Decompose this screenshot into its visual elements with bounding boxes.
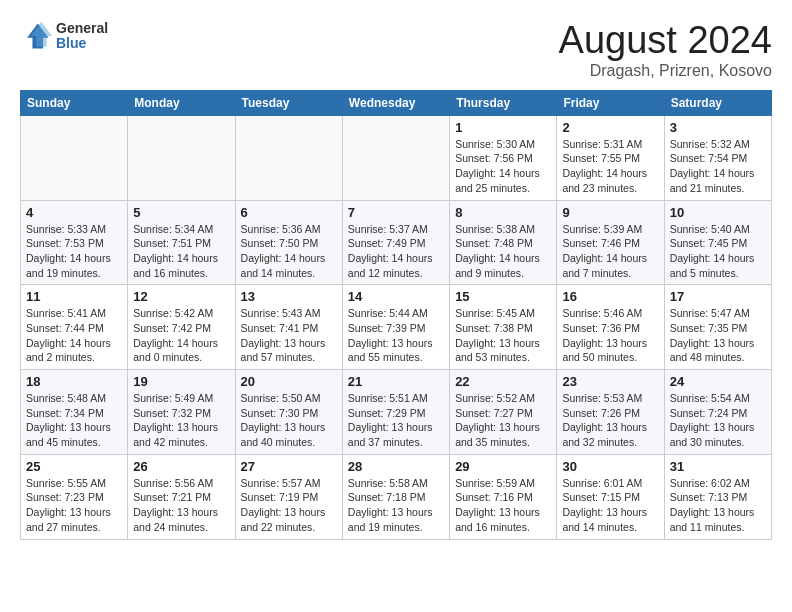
calendar-cell [342, 115, 449, 200]
day-info: Sunrise: 5:48 AMSunset: 7:34 PMDaylight:… [26, 391, 122, 450]
day-info: Sunrise: 5:42 AMSunset: 7:42 PMDaylight:… [133, 306, 229, 365]
month-title: August 2024 [559, 20, 772, 62]
calendar-cell: 26Sunrise: 5:56 AMSunset: 7:21 PMDayligh… [128, 454, 235, 539]
day-number: 11 [26, 289, 122, 304]
day-info: Sunrise: 5:54 AMSunset: 7:24 PMDaylight:… [670, 391, 766, 450]
day-number: 6 [241, 205, 337, 220]
calendar-cell: 18Sunrise: 5:48 AMSunset: 7:34 PMDayligh… [21, 370, 128, 455]
calendar-week-3: 11Sunrise: 5:41 AMSunset: 7:44 PMDayligh… [21, 285, 772, 370]
calendar-cell [21, 115, 128, 200]
day-number: 22 [455, 374, 551, 389]
calendar-cell: 10Sunrise: 5:40 AMSunset: 7:45 PMDayligh… [664, 200, 771, 285]
calendar-cell: 20Sunrise: 5:50 AMSunset: 7:30 PMDayligh… [235, 370, 342, 455]
day-info: Sunrise: 5:51 AMSunset: 7:29 PMDaylight:… [348, 391, 444, 450]
day-number: 14 [348, 289, 444, 304]
calendar-cell: 17Sunrise: 5:47 AMSunset: 7:35 PMDayligh… [664, 285, 771, 370]
weekday-header-friday: Friday [557, 90, 664, 115]
logo-text: General Blue [56, 21, 108, 52]
day-info: Sunrise: 5:55 AMSunset: 7:23 PMDaylight:… [26, 476, 122, 535]
calendar-cell: 30Sunrise: 6:01 AMSunset: 7:15 PMDayligh… [557, 454, 664, 539]
calendar-cell: 4Sunrise: 5:33 AMSunset: 7:53 PMDaylight… [21, 200, 128, 285]
day-number: 3 [670, 120, 766, 135]
calendar-week-5: 25Sunrise: 5:55 AMSunset: 7:23 PMDayligh… [21, 454, 772, 539]
day-number: 28 [348, 459, 444, 474]
day-number: 25 [26, 459, 122, 474]
day-number: 13 [241, 289, 337, 304]
calendar-cell: 2Sunrise: 5:31 AMSunset: 7:55 PMDaylight… [557, 115, 664, 200]
day-info: Sunrise: 5:41 AMSunset: 7:44 PMDaylight:… [26, 306, 122, 365]
day-number: 29 [455, 459, 551, 474]
calendar-cell: 12Sunrise: 5:42 AMSunset: 7:42 PMDayligh… [128, 285, 235, 370]
day-number: 16 [562, 289, 658, 304]
day-number: 8 [455, 205, 551, 220]
day-number: 9 [562, 205, 658, 220]
day-info: Sunrise: 5:57 AMSunset: 7:19 PMDaylight:… [241, 476, 337, 535]
calendar-week-4: 18Sunrise: 5:48 AMSunset: 7:34 PMDayligh… [21, 370, 772, 455]
calendar-cell: 9Sunrise: 5:39 AMSunset: 7:46 PMDaylight… [557, 200, 664, 285]
day-number: 18 [26, 374, 122, 389]
day-number: 26 [133, 459, 229, 474]
day-number: 27 [241, 459, 337, 474]
day-info: Sunrise: 5:47 AMSunset: 7:35 PMDaylight:… [670, 306, 766, 365]
calendar-cell [128, 115, 235, 200]
calendar-cell: 19Sunrise: 5:49 AMSunset: 7:32 PMDayligh… [128, 370, 235, 455]
calendar-cell: 28Sunrise: 5:58 AMSunset: 7:18 PMDayligh… [342, 454, 449, 539]
day-info: Sunrise: 5:50 AMSunset: 7:30 PMDaylight:… [241, 391, 337, 450]
calendar-cell: 15Sunrise: 5:45 AMSunset: 7:38 PMDayligh… [450, 285, 557, 370]
weekday-header-saturday: Saturday [664, 90, 771, 115]
day-info: Sunrise: 5:49 AMSunset: 7:32 PMDaylight:… [133, 391, 229, 450]
weekday-header-monday: Monday [128, 90, 235, 115]
calendar-cell: 8Sunrise: 5:38 AMSunset: 7:48 PMDaylight… [450, 200, 557, 285]
page-header: General Blue August 2024 Dragash, Prizre… [20, 20, 772, 80]
calendar-cell: 21Sunrise: 5:51 AMSunset: 7:29 PMDayligh… [342, 370, 449, 455]
day-info: Sunrise: 6:01 AMSunset: 7:15 PMDaylight:… [562, 476, 658, 535]
day-number: 30 [562, 459, 658, 474]
day-info: Sunrise: 5:34 AMSunset: 7:51 PMDaylight:… [133, 222, 229, 281]
calendar-cell: 31Sunrise: 6:02 AMSunset: 7:13 PMDayligh… [664, 454, 771, 539]
day-number: 23 [562, 374, 658, 389]
location: Dragash, Prizren, Kosovo [559, 62, 772, 80]
day-info: Sunrise: 5:44 AMSunset: 7:39 PMDaylight:… [348, 306, 444, 365]
day-number: 31 [670, 459, 766, 474]
day-info: Sunrise: 5:45 AMSunset: 7:38 PMDaylight:… [455, 306, 551, 365]
day-number: 21 [348, 374, 444, 389]
day-info: Sunrise: 5:46 AMSunset: 7:36 PMDaylight:… [562, 306, 658, 365]
calendar-cell: 3Sunrise: 5:32 AMSunset: 7:54 PMDaylight… [664, 115, 771, 200]
day-info: Sunrise: 5:39 AMSunset: 7:46 PMDaylight:… [562, 222, 658, 281]
day-number: 5 [133, 205, 229, 220]
day-number: 15 [455, 289, 551, 304]
weekday-header-tuesday: Tuesday [235, 90, 342, 115]
day-info: Sunrise: 5:30 AMSunset: 7:56 PMDaylight:… [455, 137, 551, 196]
calendar-table: SundayMondayTuesdayWednesdayThursdayFrid… [20, 90, 772, 540]
day-number: 20 [241, 374, 337, 389]
day-info: Sunrise: 6:02 AMSunset: 7:13 PMDaylight:… [670, 476, 766, 535]
day-number: 1 [455, 120, 551, 135]
weekday-header-wednesday: Wednesday [342, 90, 449, 115]
calendar-cell: 23Sunrise: 5:53 AMSunset: 7:26 PMDayligh… [557, 370, 664, 455]
day-number: 19 [133, 374, 229, 389]
calendar-cell: 29Sunrise: 5:59 AMSunset: 7:16 PMDayligh… [450, 454, 557, 539]
day-number: 2 [562, 120, 658, 135]
day-info: Sunrise: 5:38 AMSunset: 7:48 PMDaylight:… [455, 222, 551, 281]
calendar-cell: 11Sunrise: 5:41 AMSunset: 7:44 PMDayligh… [21, 285, 128, 370]
day-info: Sunrise: 5:56 AMSunset: 7:21 PMDaylight:… [133, 476, 229, 535]
calendar-body: 1Sunrise: 5:30 AMSunset: 7:56 PMDaylight… [21, 115, 772, 539]
day-info: Sunrise: 5:31 AMSunset: 7:55 PMDaylight:… [562, 137, 658, 196]
calendar-cell: 1Sunrise: 5:30 AMSunset: 7:56 PMDaylight… [450, 115, 557, 200]
day-number: 4 [26, 205, 122, 220]
calendar-week-1: 1Sunrise: 5:30 AMSunset: 7:56 PMDaylight… [21, 115, 772, 200]
day-number: 10 [670, 205, 766, 220]
weekday-header-sunday: Sunday [21, 90, 128, 115]
calendar-cell: 24Sunrise: 5:54 AMSunset: 7:24 PMDayligh… [664, 370, 771, 455]
day-info: Sunrise: 5:36 AMSunset: 7:50 PMDaylight:… [241, 222, 337, 281]
calendar-cell: 6Sunrise: 5:36 AMSunset: 7:50 PMDaylight… [235, 200, 342, 285]
calendar-header-row: SundayMondayTuesdayWednesdayThursdayFrid… [21, 90, 772, 115]
day-info: Sunrise: 5:37 AMSunset: 7:49 PMDaylight:… [348, 222, 444, 281]
calendar-week-2: 4Sunrise: 5:33 AMSunset: 7:53 PMDaylight… [21, 200, 772, 285]
calendar-cell: 14Sunrise: 5:44 AMSunset: 7:39 PMDayligh… [342, 285, 449, 370]
day-info: Sunrise: 5:40 AMSunset: 7:45 PMDaylight:… [670, 222, 766, 281]
calendar-cell: 5Sunrise: 5:34 AMSunset: 7:51 PMDaylight… [128, 200, 235, 285]
day-info: Sunrise: 5:43 AMSunset: 7:41 PMDaylight:… [241, 306, 337, 365]
calendar-cell: 22Sunrise: 5:52 AMSunset: 7:27 PMDayligh… [450, 370, 557, 455]
day-info: Sunrise: 5:52 AMSunset: 7:27 PMDaylight:… [455, 391, 551, 450]
